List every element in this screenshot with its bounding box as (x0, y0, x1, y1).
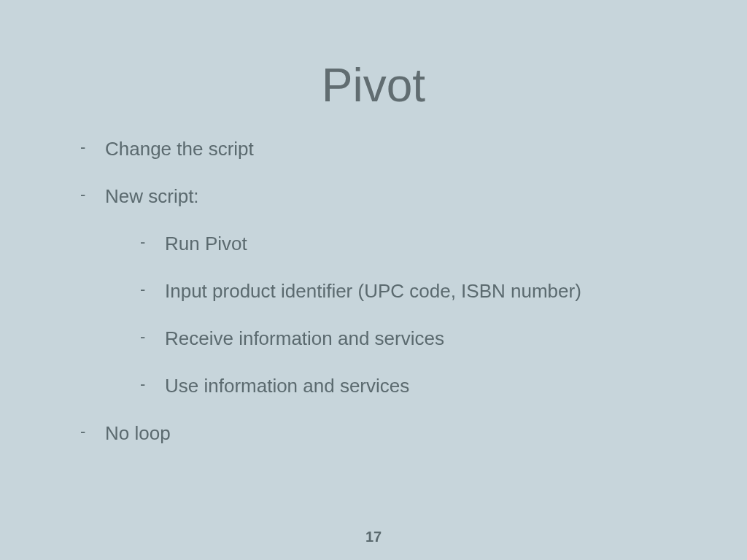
bullet-item: No loop (80, 422, 681, 445)
sub-bullet-item: Run Pivot (140, 233, 681, 255)
slide-title: Pivot (66, 58, 681, 112)
page-number: 17 (0, 529, 747, 545)
sub-bullet-item: Receive information and services (140, 327, 681, 350)
sub-bullet-item: Input product identifier (UPC code, ISBN… (140, 280, 681, 303)
bullet-item: Change the script (80, 138, 681, 160)
sub-bullet-list: Run Pivot Input product identifier (UPC … (105, 233, 681, 397)
bullet-item: New script: Run Pivot Input product iden… (80, 185, 681, 397)
sub-bullet-item: Use information and services (140, 375, 681, 397)
slide: Pivot Change the script New script: Run … (0, 0, 747, 560)
bullet-text: New script: (105, 185, 199, 207)
bullet-list: Change the script New script: Run Pivot … (66, 138, 681, 445)
